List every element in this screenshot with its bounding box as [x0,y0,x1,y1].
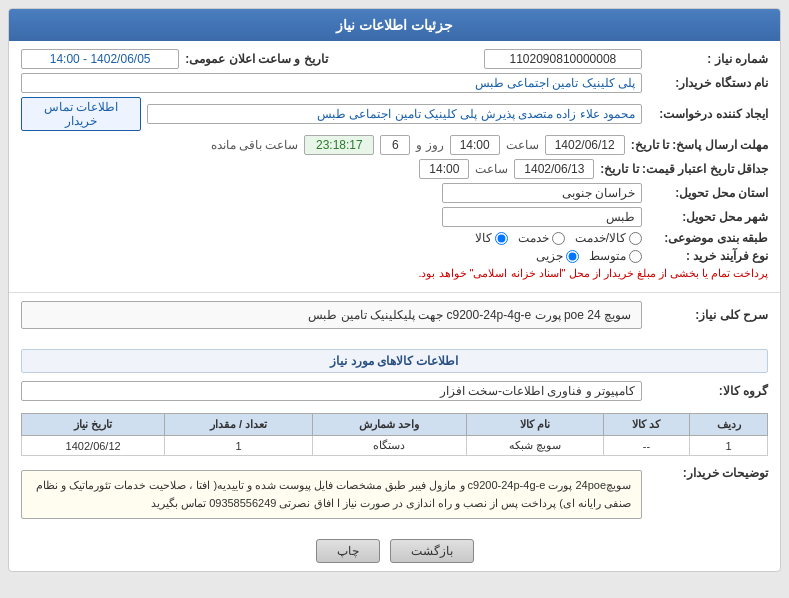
table-row: 1--سویچ شبکهدستگاه11402/06/12 [22,436,768,456]
back-button[interactable]: بازگشت [390,539,474,563]
mohlat-label: مهلت ارسال پاسخ: تا تاریخ: [631,138,768,152]
info-section: شماره نیاز : 1102090810000008 تاریخ و سا… [9,41,780,293]
row-now: نوع فرآیند خرید : متوسط جزیی [21,249,768,263]
radio-kala-khedmat-label: کالا/خدمت [575,231,626,245]
radio-kala-khedmat: کالا/خدمت [575,231,642,245]
naam-dastgah-value: پلی کلینیک تامین اجتماعی طبس [21,73,642,93]
ostan-label: استان محل تحویل: [648,186,768,200]
radio-mootaset-input[interactable] [629,250,642,263]
row-payment-note: پرداخت تمام یا بخشی از مبلغ خریدار از مح… [21,267,768,280]
jadval-saat-label: ساعت [475,162,508,176]
radio-jozii-input[interactable] [566,250,579,263]
kala-table: ردیف کد کالا نام کالا واحد شمارش تعداد /… [21,413,768,456]
radio-khedmat: خدمت [518,231,565,245]
card-header: جزئیات اطلاعات نیاز [9,9,780,41]
jadval-label: جداقل تاریخ اعتبار قیمت: تا تاریخ: [600,162,768,176]
radio-kala-input[interactable] [495,232,508,245]
radio-khedmat-label: خدمت [518,231,549,245]
radio-jozii: جزیی [536,249,579,263]
ijad-label: ایجاد کننده درخواست: [648,107,768,121]
serh-label: سرح کلی نیاز: [648,308,768,322]
print-button[interactable]: چاپ [316,539,380,563]
col-tarikh: تاریخ نیاز [22,414,165,436]
row-mohlat: مهلت ارسال پاسخ: تا تاریخ: 1402/06/12 سا… [21,135,768,155]
ettelaat-tamas-link[interactable]: اطلاعات تماس خریدار [21,97,141,131]
shomara-niaz-value: 1102090810000008 [484,49,642,69]
tozihat-section: توضیحات خریدار: سویچ24poe پورت c9200-24p… [9,462,780,531]
ettelaat-kala-title: اطلاعات کالاهای مورد نیاز [21,349,768,373]
mohlat-saat-label: ساعت [506,138,539,152]
row-shomara-tarikh: شماره نیاز : 1102090810000008 تاریخ و سا… [21,49,768,69]
col-tedad: تعداد / مقدار [165,414,313,436]
mohlat-saat: 14:00 [450,135,500,155]
col-name: نام کالا [466,414,603,436]
main-card: جزئیات اطلاعات نیاز شماره نیاز : 1102090… [8,8,781,572]
shomara-niaz-label: شماره نیاز : [648,52,768,66]
gorohe-value: کامپیوتر و فناوری اطلاعات-سخت افزار [21,381,642,401]
serh-value: سویچ 24 poe پورت c9200-24p-4g-e جهت پلیک… [21,301,642,329]
col-radif: ردیف [690,414,768,436]
gorohe-label: گروه کالا: [648,384,768,398]
row-serh: سرح کلی نیاز: سویچ 24 poe پورت c9200-24p… [21,297,768,333]
row-tabaghe: طبقه بندی موضوعی: کالا/خدمت خدمت کالا [21,231,768,245]
now-radio-group: متوسط جزیی [536,249,642,263]
row-tozihat: توضیحات خریدار: سویچ24poe پورت c9200-24p… [21,466,768,523]
shahr-value: طبس [442,207,642,227]
row-ostan: استان محل تحویل: خراسان جنوبی [21,183,768,203]
jadval-date: 1402/06/13 [514,159,594,179]
mohlat-roz: 6 [380,135,410,155]
mohlat-saat-mande-label: ساعت باقی مانده [211,138,299,152]
kala-table-section: ردیف کد کالا نام کالا واحد شمارش تعداد /… [9,407,780,462]
now-label: نوع فرآیند خرید : [648,249,768,263]
tarikh-value: 1402/06/05 - 14:00 [21,49,179,69]
payment-note: پرداخت تمام یا بخشی از مبلغ خریدار از مح… [418,267,768,280]
tozihat-label: توضیحات خریدار: [648,466,768,480]
row-naam-dastgah: نام دستگاه خریدار: پلی کلینیک تامین اجتم… [21,73,768,93]
col-vahed: واحد شمارش [312,414,466,436]
bottom-buttons: بازگشت چاپ [9,531,780,571]
shahr-label: شهر محل تحویل: [648,210,768,224]
radio-mootaset: متوسط [589,249,642,263]
ettelaat-kala-section: اطلاعات کالاهای مورد نیاز [9,341,780,379]
radio-kala-khedmat-input[interactable] [629,232,642,245]
gorohe-section: گروه کالا: کامپیوتر و فناوری اطلاعات-سخت… [9,379,780,407]
page-container: جزئیات اطلاعات نیاز شماره نیاز : 1102090… [0,0,789,598]
tabaghe-label: طبقه بندی موضوعی: [648,231,768,245]
radio-khedmat-input[interactable] [552,232,565,245]
row-jadval: جداقل تاریخ اعتبار قیمت: تا تاریخ: 1402/… [21,159,768,179]
ijad-value: محمود علاء زاده متصدی پذیرش پلی کلینیک ت… [147,104,642,124]
row-ijad: ایجاد کننده درخواست: محمود علاء زاده متص… [21,97,768,131]
naam-dastgah-label: نام دستگاه خریدار: [648,76,768,90]
jadval-saat: 14:00 [419,159,469,179]
serh-section: سرح کلی نیاز: سویچ 24 poe پورت c9200-24p… [9,293,780,341]
tozihat-value: سویچ24poe پورت c9200-24p-4g-e و مازول فی… [21,470,642,519]
radio-kala-label: کالا [475,231,492,245]
mohlat-countdown: 23:18:17 [304,135,374,155]
radio-kala: کالا [475,231,508,245]
radio-mootaset-label: متوسط [589,249,626,263]
tabaghe-radio-group: کالا/خدمت خدمت کالا [475,231,642,245]
radio-jozii-label: جزیی [536,249,563,263]
mohlat-roz-label: روز و [416,138,443,152]
tarikh-label: تاریخ و ساعت اعلان عمومی: [185,52,327,66]
col-code: کد کالا [603,414,689,436]
row-shahr: شهر محل تحویل: طبس [21,207,768,227]
mohlat-date: 1402/06/12 [545,135,625,155]
row-gorohe: گروه کالا: کامپیوتر و فناوری اطلاعات-سخت… [21,381,768,401]
page-title: جزئیات اطلاعات نیاز [336,17,453,33]
ostan-value: خراسان جنوبی [442,183,642,203]
